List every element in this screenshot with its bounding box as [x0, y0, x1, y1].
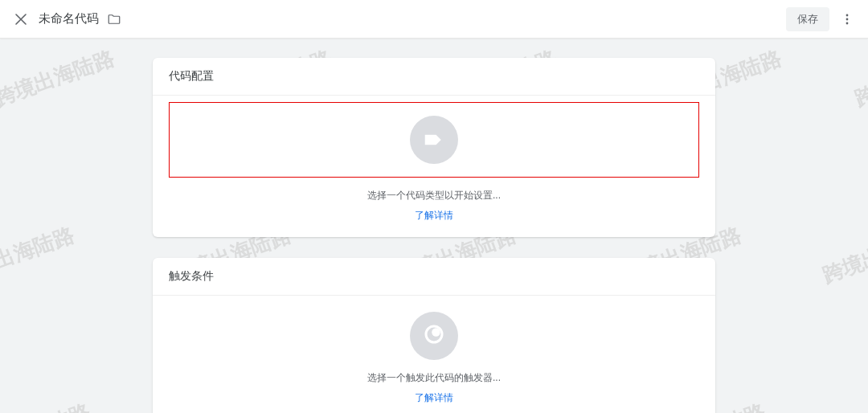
watermark: 跨境出海陆路 [819, 220, 868, 289]
svg-point-1 [846, 18, 849, 20]
watermark: 跨境出海陆路 [0, 220, 78, 289]
tag-learn-more-link[interactable]: 了解详情 [415, 209, 453, 223]
tag-config-heading: 代码配置 [153, 58, 715, 96]
page-title[interactable]: 未命名代码 [39, 11, 99, 27]
tag-type-selector[interactable] [169, 102, 699, 178]
watermark: 跨境出海陆路 [835, 397, 868, 413]
trigger-selector[interactable] [410, 312, 458, 360]
trigger-config-card: 触发条件 选择一个触发此代码的触发器... 了解详情 [153, 258, 715, 413]
watermark: 跨境出海陆路 [851, 43, 868, 112]
svg-point-4 [432, 328, 440, 337]
header-bar: 未命名代码 保存 [0, 0, 868, 39]
tag-helper-text: 选择一个代码类型以开始设置... [169, 189, 699, 202]
trigger-learn-more-link[interactable]: 了解详情 [415, 391, 453, 405]
close-icon[interactable] [10, 8, 32, 31]
tag-config-card: 代码配置 选择一个代码类型以开始设置... 了解详情 [153, 58, 715, 237]
tag-icon [410, 116, 458, 164]
svg-point-0 [846, 14, 849, 16]
trigger-helper-text: 选择一个触发此代码的触发器... [169, 371, 699, 385]
watermark: 跨境出海陆路 [0, 43, 118, 112]
content-column: 代码配置 选择一个代码类型以开始设置... 了解详情 触发条件 选择一个触发此代… [153, 58, 715, 413]
svg-point-2 [846, 22, 849, 24]
folder-icon[interactable] [107, 12, 121, 27]
save-button[interactable]: 保存 [786, 7, 829, 31]
watermark: 跨境出海陆路 [0, 397, 94, 413]
trigger-icon [422, 322, 446, 350]
trigger-config-heading: 触发条件 [153, 258, 715, 296]
more-icon[interactable] [836, 8, 858, 31]
